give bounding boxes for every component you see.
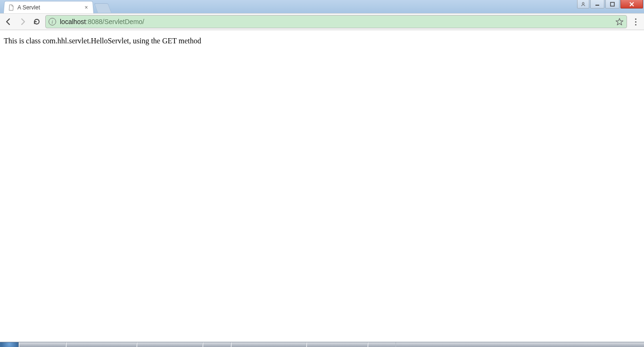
reload-button[interactable] [31, 16, 42, 27]
menu-button[interactable] [630, 16, 641, 27]
url-host: localhost [60, 18, 86, 25]
start-button[interactable] [0, 342, 19, 347]
tab-title: A Servlet [17, 4, 81, 11]
tab-strip: A Servlet × [0, 0, 110, 13]
window-controls [576, 0, 643, 9]
close-button[interactable] [620, 0, 643, 8]
url-path: :8088/ServletDemo/ [86, 18, 144, 25]
kebab-icon [635, 18, 636, 25]
taskbar-item[interactable] [368, 342, 396, 347]
taskbar-item[interactable] [66, 342, 137, 347]
minimize-button[interactable] [590, 0, 604, 8]
taskbar-item[interactable] [137, 342, 203, 347]
tab-active[interactable]: A Servlet × [3, 1, 94, 13]
browser-toolbar: i localhost:8088/ServletDemo/ [0, 13, 644, 30]
page-body-text: This is class com.hhl.servlet.HelloServl… [4, 37, 640, 45]
svg-rect-2 [611, 2, 614, 6]
url-text: localhost:8088/ServletDemo/ [60, 18, 615, 25]
svg-point-0 [582, 2, 584, 4]
browser-title-bar: A Servlet × [0, 0, 644, 13]
address-bar[interactable]: i localhost:8088/ServletDemo/ [45, 15, 627, 28]
page-icon [8, 4, 15, 11]
new-tab-button[interactable] [94, 3, 111, 13]
maximize-button[interactable] [605, 0, 619, 8]
taskbar-item[interactable] [203, 342, 231, 347]
svg-rect-1 [595, 5, 599, 6]
forward-button[interactable] [17, 16, 28, 27]
os-taskbar[interactable] [0, 342, 644, 347]
tab-close-icon[interactable]: × [83, 5, 90, 10]
taskbar-item[interactable] [19, 342, 66, 347]
user-button[interactable] [577, 0, 589, 8]
bookmark-star-icon[interactable] [615, 17, 624, 26]
back-button[interactable] [3, 16, 14, 27]
taskbar-item[interactable] [231, 342, 306, 347]
page-content: This is class com.hhl.servlet.HelloServl… [0, 30, 644, 52]
taskbar-item[interactable] [306, 342, 368, 347]
site-info-icon[interactable]: i [49, 18, 56, 25]
